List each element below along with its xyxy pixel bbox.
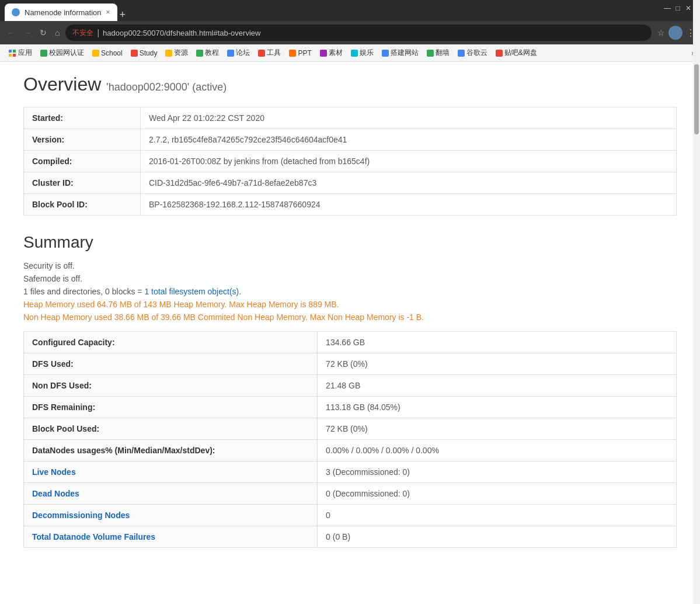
heap-memory-info: Heap Memory used 64.76 MB of 143 MB Heap…	[23, 300, 677, 309]
heap-memory-text: Heap Memory used 64.76 MB of 143 MB Heap…	[23, 300, 339, 309]
home-button[interactable]: ⌂	[53, 27, 62, 39]
svg-rect-1	[13, 50, 16, 53]
live-nodes-link[interactable]: Live Nodes	[32, 467, 76, 477]
summary-label-live-nodes: Live Nodes	[24, 461, 318, 483]
back-button[interactable]: ←	[5, 27, 18, 39]
bookmark-forum[interactable]: 论坛	[224, 47, 253, 59]
non-heap-memory-info: Non Heap Memory used 38.66 MB of 39.66 M…	[23, 313, 677, 322]
summary-label-decommissioning: Decommissioning Nodes	[24, 505, 318, 526]
info-value-block-pool-id: BP-162582368-192.168.2.112-1587487660924	[141, 194, 677, 216]
summary-label-dead-nodes: Dead Nodes	[24, 483, 318, 505]
svg-rect-0	[9, 50, 12, 53]
summary-value-decommissioning: 0	[318, 505, 677, 526]
table-row: DataNodes usages% (Min/Median/Max/stdDev…	[24, 440, 677, 461]
google-cloud-icon	[458, 50, 465, 57]
bookmark-google-cloud[interactable]: 谷歌云	[454, 47, 491, 59]
build-website-icon	[382, 50, 389, 57]
summary-value-non-dfs-used: 21.48 GB	[318, 375, 677, 397]
filesystem-link[interactable]: 1 total filesystem object(s)	[144, 287, 239, 296]
summary-label-non-dfs-used: Non DFS Used:	[24, 375, 318, 397]
entertainment-label: 娱乐	[360, 48, 374, 58]
summary-label-datanodes-usages: DataNodes usages% (Min/Median/Max/stdDev…	[24, 440, 318, 461]
tools-icon	[258, 50, 265, 57]
info-label-compiled: Compiled:	[24, 151, 141, 172]
restore-button[interactable]: □	[673, 4, 682, 13]
bookmark-tutorial[interactable]: 教程	[193, 47, 222, 59]
info-value-started: Wed Apr 22 01:02:22 CST 2020	[141, 107, 677, 129]
entertainment-icon	[351, 50, 358, 57]
scrollbar-thumb[interactable]	[694, 64, 699, 134]
summary-label-block-pool-used: Block Pool Used:	[24, 418, 318, 440]
table-row: Configured Capacity: 134.66 GB	[24, 332, 677, 353]
overview-subtitle: 'hadoop002:9000' (active)	[106, 81, 227, 93]
new-tab-button[interactable]: +	[120, 9, 126, 21]
svg-rect-2	[9, 54, 12, 57]
dead-nodes-link[interactable]: Dead Nodes	[32, 489, 79, 498]
tab-favicon	[12, 8, 20, 16]
close-button[interactable]: ✕	[684, 4, 693, 13]
url-input[interactable]: 不安全 | hadoop002:50070/dfshealth.html#tab…	[65, 25, 652, 41]
table-row: Live Nodes 3 (Decommissioned: 0)	[24, 461, 677, 483]
table-row: Decommissioning Nodes 0	[24, 505, 677, 526]
summary-value-live-nodes: 3 (Decommissioned: 0)	[318, 461, 677, 483]
bookmark-tools[interactable]: 工具	[255, 47, 284, 59]
bookmark-materials[interactable]: 素材	[316, 47, 346, 59]
info-value-cluster-id: CID-31d2d5ac-9fe6-49b7-a71d-8efae2eb87c3	[141, 172, 677, 194]
table-row: DFS Remaining: 113.18 GB (84.05%)	[24, 397, 677, 418]
reload-button[interactable]: ↻	[37, 27, 49, 39]
table-row: Version: 2.7.2, rb165c4fe8a74265c792ce23…	[24, 129, 677, 151]
table-row: Block Pool ID: BP-162582368-192.168.2.11…	[24, 194, 677, 216]
forward-button[interactable]: →	[21, 27, 34, 39]
profile-avatar[interactable]	[668, 26, 682, 40]
filesystem-info: 1 files and directories, 0 blocks = 1 to…	[23, 287, 677, 296]
table-row: Cluster ID: CID-31d2d5ac-9fe6-49b7-a71d-…	[24, 172, 677, 194]
tieba-icon	[496, 50, 503, 57]
school-label: School	[101, 49, 123, 57]
bookmark-apps[interactable]: 应用	[5, 47, 36, 59]
svg-rect-3	[13, 54, 16, 57]
bookmark-vpn[interactable]: 翻墙	[423, 47, 453, 59]
tieba-label: 贴吧&网盘	[504, 48, 537, 58]
summary-value-dead-nodes: 0 (Decommissioned: 0)	[318, 483, 677, 505]
summary-table: Configured Capacity: 134.66 GB DFS Used:…	[23, 331, 677, 548]
bookmark-build-website[interactable]: 搭建网站	[378, 47, 422, 59]
tab-close-button[interactable]: ×	[106, 8, 110, 16]
volume-failures-link[interactable]: Total Datanode Volume Failures	[32, 532, 155, 541]
bookmark-campus-auth[interactable]: 校园网认证	[37, 47, 88, 59]
url-display: hadoop002:50070/dfshealth.html#tab-overv…	[103, 29, 260, 37]
summary-value-volume-failures: 0 (0 B)	[318, 526, 677, 548]
bookmark-school[interactable]: School	[89, 48, 126, 58]
security-status: Security is off.	[23, 261, 677, 270]
page-title: Overview 'hadoop002:9000' (active)	[23, 74, 677, 95]
table-row: Non DFS Used: 21.48 GB	[24, 375, 677, 397]
vpn-icon	[427, 50, 434, 57]
apps-icon	[8, 49, 16, 57]
summary-value-datanodes-usages: 0.00% / 0.00% / 0.00% / 0.00%	[318, 440, 677, 461]
bookmark-study[interactable]: Study	[127, 48, 161, 58]
minimize-button[interactable]: —	[663, 4, 672, 13]
info-value-compiled: 2016-01-26T00:08Z by jenkins from (detac…	[141, 151, 677, 172]
info-label-started: Started:	[24, 107, 141, 129]
info-value-version: 2.7.2, rb165c4fe8a74265c792ce23f546c6460…	[141, 129, 677, 151]
bookmark-ppt[interactable]: PPT	[285, 48, 315, 58]
campus-auth-label: 校园网认证	[49, 48, 84, 58]
summary-value-block-pool-used: 72 KB (0%)	[318, 418, 677, 440]
table-row: Dead Nodes 0 (Decommissioned: 0)	[24, 483, 677, 505]
bookmark-star-icon[interactable]: ☆	[657, 28, 665, 37]
bookmark-entertainment[interactable]: 娱乐	[347, 47, 377, 59]
browser-tab[interactable]: Namenode information ×	[5, 4, 117, 21]
summary-value-dfs-remaining: 113.18 GB (84.05%)	[318, 397, 677, 418]
decommissioning-nodes-link[interactable]: Decommissioning Nodes	[32, 511, 130, 520]
bookmarks-bar: 应用 校园网认证 School Study 资源 教程 论坛 工具	[0, 44, 700, 62]
ppt-label: PPT	[298, 49, 311, 57]
table-row: Block Pool Used: 72 KB (0%)	[24, 418, 677, 440]
tools-label: 工具	[267, 48, 281, 58]
table-row: DFS Used: 72 KB (0%)	[24, 353, 677, 375]
bookmark-tieba-netdisk[interactable]: 贴吧&网盘	[492, 47, 541, 59]
tab-title: Namenode information	[25, 8, 102, 17]
school-icon	[92, 50, 99, 57]
table-row: Started: Wed Apr 22 01:02:22 CST 2020	[24, 107, 677, 129]
scrollbar[interactable]	[693, 0, 700, 588]
bookmark-resources[interactable]: 资源	[162, 47, 191, 59]
resources-icon	[165, 50, 172, 57]
